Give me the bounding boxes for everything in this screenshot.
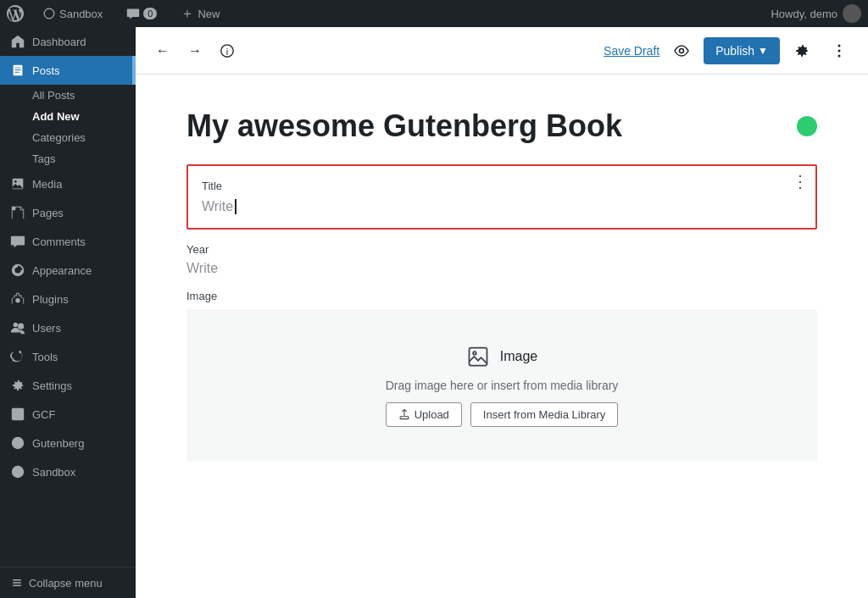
block-title-label: Title bbox=[202, 180, 802, 192]
comments-label: Comments bbox=[32, 235, 86, 248]
image-drag-text: Drag image here or insert from media lib… bbox=[386, 379, 619, 392]
svg-point-12 bbox=[473, 352, 476, 355]
categories-label: Categories bbox=[32, 131, 86, 144]
sidebar-item-settings[interactable]: Settings bbox=[0, 371, 136, 400]
svg-text:i: i bbox=[226, 46, 228, 56]
sidebar-item-plugins[interactable]: Plugins bbox=[0, 285, 136, 313]
svg-point-2 bbox=[14, 323, 18, 327]
block-title-input[interactable]: Write bbox=[202, 199, 802, 214]
posts-icon bbox=[10, 63, 25, 78]
image-label: Image bbox=[186, 290, 817, 302]
gutenberg-label: Gutenberg bbox=[32, 437, 84, 450]
undo-button[interactable]: ← bbox=[149, 37, 176, 64]
publish-dropdown-arrow: ▼ bbox=[758, 45, 768, 57]
pages-label: Pages bbox=[32, 207, 64, 219]
sidebar-item-posts[interactable]: Posts bbox=[0, 56, 136, 85]
preview-button[interactable] bbox=[666, 36, 697, 66]
media-label: Media bbox=[32, 178, 62, 191]
svg-rect-13 bbox=[400, 417, 409, 419]
appearance-icon bbox=[10, 263, 25, 278]
svg-rect-3 bbox=[12, 408, 24, 420]
settings-label: Settings bbox=[32, 379, 72, 392]
editor-content: My awesome Gutenberg Book Title Write ⋮ … bbox=[136, 75, 868, 598]
svg-point-10 bbox=[838, 54, 841, 57]
sidebar-item-gutenberg[interactable]: Gutenberg bbox=[0, 429, 136, 457]
sidebar-item-comments[interactable]: Comments bbox=[0, 227, 136, 256]
wp-logo[interactable] bbox=[7, 5, 24, 22]
posts-label: Posts bbox=[32, 64, 60, 77]
editor-area: ← → i Save Draft Publish ▼ bbox=[136, 27, 868, 598]
svg-point-8 bbox=[838, 44, 841, 47]
sidebar-submenu-all-posts[interactable]: All Posts bbox=[0, 85, 136, 106]
tools-label: Tools bbox=[32, 351, 58, 363]
tags-label: Tags bbox=[32, 152, 55, 165]
post-title[interactable]: My awesome Gutenberg Book bbox=[186, 108, 787, 144]
text-cursor bbox=[235, 199, 236, 214]
users-icon bbox=[10, 320, 25, 335]
svg-point-9 bbox=[838, 49, 841, 52]
howdy-text: Howdy, demo bbox=[771, 8, 837, 20]
collapse-menu[interactable]: Collapse menu bbox=[0, 567, 136, 598]
publish-label: Publish bbox=[715, 44, 754, 58]
adminbar-new[interactable]: ＋ New bbox=[175, 0, 225, 27]
adminbar-howdy[interactable]: Howdy, demo bbox=[771, 4, 861, 23]
tools-icon bbox=[10, 349, 25, 364]
sandbox-label: Sandbox bbox=[32, 466, 75, 479]
dashboard-label: Dashboard bbox=[32, 36, 86, 48]
users-label: Users bbox=[32, 322, 61, 335]
sidebar-submenu-categories[interactable]: Categories bbox=[0, 127, 136, 148]
sidebar: Dashboard Posts All Posts Add New Catego… bbox=[0, 27, 136, 598]
sidebar-item-appearance[interactable]: Appearance bbox=[0, 256, 136, 285]
media-library-label: Insert from Media Library bbox=[483, 408, 606, 421]
admin-avatar bbox=[843, 4, 861, 23]
image-icon-label: Image bbox=[500, 349, 537, 364]
save-draft-button[interactable]: Save Draft bbox=[604, 44, 659, 58]
adminbar-comments[interactable]: 0 bbox=[121, 0, 162, 27]
svg-point-4 bbox=[12, 437, 24, 449]
year-label: Year bbox=[186, 243, 817, 256]
comments-icon bbox=[10, 234, 25, 249]
dashboard-icon bbox=[10, 34, 25, 49]
adminbar-site[interactable]: Sandbox bbox=[37, 0, 108, 27]
year-input[interactable]: Write bbox=[186, 261, 817, 276]
comment-count-badge: 0 bbox=[143, 8, 157, 19]
sidebar-item-media[interactable]: Media bbox=[0, 169, 136, 198]
gcf-icon bbox=[10, 407, 25, 422]
site-name-label: Sandbox bbox=[59, 8, 103, 20]
sidebar-submenu-tags[interactable]: Tags bbox=[0, 148, 136, 169]
sidebar-item-gcf[interactable]: GCF bbox=[0, 400, 136, 429]
settings-icon bbox=[10, 378, 25, 393]
plugins-icon bbox=[10, 291, 25, 307]
collapse-label: Collapse menu bbox=[29, 577, 103, 590]
pages-icon bbox=[10, 205, 25, 220]
more-options-button[interactable] bbox=[824, 36, 854, 66]
svg-point-1 bbox=[14, 180, 17, 183]
publish-button[interactable]: Publish ▼ bbox=[704, 37, 780, 64]
gutenberg-icon bbox=[10, 435, 25, 451]
media-library-button[interactable]: Insert from Media Library bbox=[470, 402, 619, 427]
upload-label: Upload bbox=[415, 408, 449, 421]
info-button[interactable]: i bbox=[214, 37, 241, 64]
editor-settings-button[interactable] bbox=[787, 36, 817, 66]
image-section: Image Image Drag image here or insert fr… bbox=[186, 290, 817, 462]
admin-bar: Sandbox 0 ＋ New Howdy, demo bbox=[0, 0, 868, 27]
title-block[interactable]: Title Write ⋮ bbox=[186, 164, 817, 230]
sidebar-item-users[interactable]: Users bbox=[0, 313, 136, 342]
sandbox-icon bbox=[10, 464, 25, 479]
redo-button[interactable]: → bbox=[181, 37, 209, 64]
sidebar-submenu-add-new[interactable]: Add New bbox=[0, 106, 136, 127]
block-options-button[interactable]: ⋮ bbox=[792, 173, 809, 190]
svg-rect-11 bbox=[469, 347, 487, 365]
upload-button[interactable]: Upload bbox=[386, 402, 462, 427]
image-icon-wrapper: Image bbox=[466, 345, 537, 368]
sidebar-item-sandbox[interactable]: Sandbox bbox=[0, 457, 136, 486]
editor-toolbar: ← → i Save Draft Publish ▼ bbox=[136, 27, 868, 75]
new-label: New bbox=[198, 8, 220, 20]
add-new-label: Add New bbox=[32, 110, 80, 123]
sidebar-item-dashboard[interactable]: Dashboard bbox=[0, 27, 136, 56]
gcf-label: GCF bbox=[32, 408, 55, 421]
appearance-label: Appearance bbox=[32, 264, 92, 277]
sidebar-item-pages[interactable]: Pages bbox=[0, 198, 136, 227]
image-upload-area: Image Drag image here or insert from med… bbox=[186, 309, 817, 462]
sidebar-item-tools[interactable]: Tools bbox=[0, 342, 136, 371]
